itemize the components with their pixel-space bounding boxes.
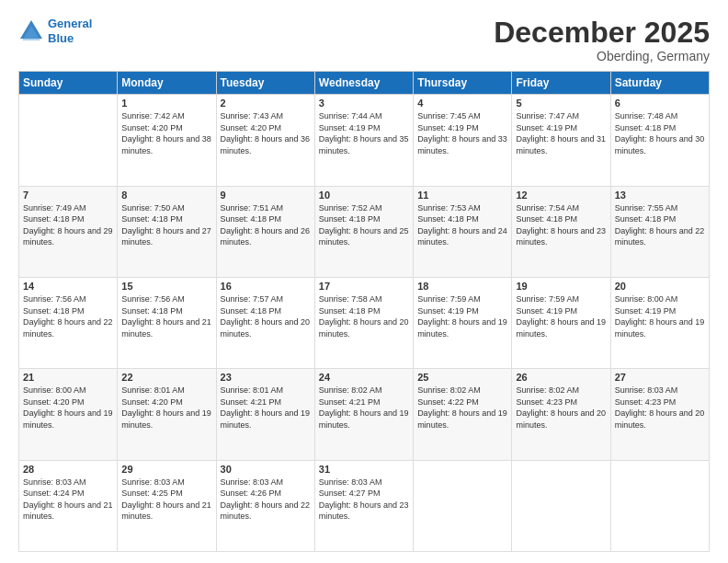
day-info: Sunrise: 7:47 AMSunset: 4:19 PMDaylight:…: [516, 110, 606, 156]
day-number: 26: [516, 372, 606, 383]
day-info: Sunrise: 8:02 AMSunset: 4:22 PMDaylight:…: [417, 385, 507, 431]
day-number: 15: [121, 281, 211, 292]
calendar-day-cell: 12Sunrise: 7:54 AMSunset: 4:18 PMDayligh…: [512, 186, 610, 277]
day-info: Sunrise: 7:55 AMSunset: 4:18 PMDaylight:…: [615, 202, 705, 248]
day-info: Sunrise: 7:56 AMSunset: 4:18 PMDaylight:…: [23, 293, 113, 339]
calendar-day-cell: 31Sunrise: 8:03 AMSunset: 4:27 PMDayligh…: [314, 460, 413, 551]
logo-icon: [18, 18, 44, 44]
day-number: 12: [516, 190, 606, 201]
day-info: Sunrise: 8:00 AMSunset: 4:19 PMDaylight:…: [615, 293, 705, 339]
day-number: 1: [121, 98, 211, 109]
calendar-day-cell: 4Sunrise: 7:45 AMSunset: 4:19 PMDaylight…: [414, 95, 512, 186]
calendar-day-cell: 30Sunrise: 8:03 AMSunset: 4:26 PMDayligh…: [216, 460, 314, 551]
calendar-day-cell: 23Sunrise: 8:01 AMSunset: 4:21 PMDayligh…: [216, 369, 314, 460]
calendar-table: SundayMondayTuesdayWednesdayThursdayFrid…: [18, 71, 710, 552]
calendar-week-row: 1Sunrise: 7:42 AMSunset: 4:20 PMDaylight…: [19, 95, 710, 186]
day-of-week-header: Thursday: [414, 72, 512, 95]
day-number: 27: [615, 372, 705, 383]
calendar-day-cell: [414, 460, 512, 551]
day-number: 24: [319, 372, 409, 383]
day-number: 5: [516, 98, 606, 109]
day-info: Sunrise: 7:59 AMSunset: 4:19 PMDaylight:…: [417, 293, 507, 339]
day-info: Sunrise: 7:50 AMSunset: 4:18 PMDaylight:…: [121, 202, 211, 248]
day-of-week-header: Sunday: [19, 72, 118, 95]
day-of-week-header: Monday: [118, 72, 216, 95]
day-number: 25: [417, 372, 507, 383]
calendar-day-cell: 5Sunrise: 7:47 AMSunset: 4:19 PMDaylight…: [512, 95, 610, 186]
day-info: Sunrise: 8:03 AMSunset: 4:23 PMDaylight:…: [615, 385, 705, 431]
day-number: 4: [417, 98, 507, 109]
day-info: Sunrise: 8:03 AMSunset: 4:26 PMDaylight:…: [221, 477, 311, 523]
day-number: 3: [319, 98, 409, 109]
day-info: Sunrise: 7:54 AMSunset: 4:18 PMDaylight:…: [516, 202, 606, 248]
calendar-day-cell: 8Sunrise: 7:50 AMSunset: 4:18 PMDaylight…: [118, 186, 216, 277]
day-number: 31: [319, 464, 409, 475]
day-number: 30: [221, 464, 311, 475]
day-number: 8: [121, 190, 211, 201]
day-number: 14: [23, 281, 113, 292]
logo-text: General Blue: [48, 17, 92, 45]
title-block: December 2025 Oberding, Germany: [494, 17, 710, 63]
calendar-week-row: 21Sunrise: 8:00 AMSunset: 4:20 PMDayligh…: [19, 369, 710, 460]
logo-line2: Blue: [48, 31, 74, 45]
calendar-week-row: 14Sunrise: 7:56 AMSunset: 4:18 PMDayligh…: [19, 277, 710, 368]
calendar-day-cell: 2Sunrise: 7:43 AMSunset: 4:20 PMDaylight…: [216, 95, 314, 186]
day-number: 29: [121, 464, 211, 475]
day-info: Sunrise: 8:03 AMSunset: 4:27 PMDaylight:…: [319, 477, 409, 523]
calendar-day-cell: 18Sunrise: 7:59 AMSunset: 4:19 PMDayligh…: [414, 277, 512, 368]
day-number: 11: [417, 190, 507, 201]
day-number: 19: [516, 281, 606, 292]
day-info: Sunrise: 7:45 AMSunset: 4:19 PMDaylight:…: [417, 110, 507, 156]
calendar-header-row: SundayMondayTuesdayWednesdayThursdayFrid…: [19, 72, 710, 95]
calendar-day-cell: 27Sunrise: 8:03 AMSunset: 4:23 PMDayligh…: [610, 369, 709, 460]
day-number: 28: [23, 464, 113, 475]
calendar-day-cell: 20Sunrise: 8:00 AMSunset: 4:19 PMDayligh…: [610, 277, 709, 368]
calendar-day-cell: 9Sunrise: 7:51 AMSunset: 4:18 PMDaylight…: [216, 186, 314, 277]
calendar-week-row: 7Sunrise: 7:49 AMSunset: 4:18 PMDaylight…: [19, 186, 710, 277]
calendar-day-cell: 11Sunrise: 7:53 AMSunset: 4:18 PMDayligh…: [414, 186, 512, 277]
day-number: 17: [319, 281, 409, 292]
day-info: Sunrise: 7:56 AMSunset: 4:18 PMDaylight:…: [121, 293, 211, 339]
day-number: 16: [221, 281, 311, 292]
day-of-week-header: Saturday: [610, 72, 709, 95]
day-info: Sunrise: 7:59 AMSunset: 4:19 PMDaylight:…: [516, 293, 606, 339]
day-number: 18: [417, 281, 507, 292]
calendar-day-cell: 15Sunrise: 7:56 AMSunset: 4:18 PMDayligh…: [118, 277, 216, 368]
calendar-day-cell: 10Sunrise: 7:52 AMSunset: 4:18 PMDayligh…: [314, 186, 413, 277]
header: General Blue December 2025 Oberding, Ger…: [18, 17, 710, 63]
month-title: December 2025: [494, 17, 710, 49]
day-number: 6: [615, 98, 705, 109]
day-info: Sunrise: 7:58 AMSunset: 4:18 PMDaylight:…: [319, 293, 409, 339]
day-info: Sunrise: 7:57 AMSunset: 4:18 PMDaylight:…: [221, 293, 311, 339]
calendar-day-cell: [19, 95, 118, 186]
page: General Blue December 2025 Oberding, Ger…: [0, 0, 728, 563]
day-info: Sunrise: 8:01 AMSunset: 4:21 PMDaylight:…: [221, 385, 311, 431]
logo: General Blue: [18, 17, 92, 45]
calendar-day-cell: 24Sunrise: 8:02 AMSunset: 4:21 PMDayligh…: [314, 369, 413, 460]
calendar-day-cell: 3Sunrise: 7:44 AMSunset: 4:19 PMDaylight…: [314, 95, 413, 186]
calendar-day-cell: [610, 460, 709, 551]
day-info: Sunrise: 8:02 AMSunset: 4:21 PMDaylight:…: [319, 385, 409, 431]
day-info: Sunrise: 8:01 AMSunset: 4:20 PMDaylight:…: [121, 385, 211, 431]
logo-line1: General: [48, 17, 92, 30]
day-number: 7: [23, 190, 113, 201]
calendar-day-cell: 22Sunrise: 8:01 AMSunset: 4:20 PMDayligh…: [118, 369, 216, 460]
day-number: 20: [615, 281, 705, 292]
day-number: 10: [319, 190, 409, 201]
day-info: Sunrise: 8:00 AMSunset: 4:20 PMDaylight:…: [23, 385, 113, 431]
calendar-day-cell: 13Sunrise: 7:55 AMSunset: 4:18 PMDayligh…: [610, 186, 709, 277]
calendar-day-cell: 17Sunrise: 7:58 AMSunset: 4:18 PMDayligh…: [314, 277, 413, 368]
calendar-day-cell: 29Sunrise: 8:03 AMSunset: 4:25 PMDayligh…: [118, 460, 216, 551]
calendar-week-row: 28Sunrise: 8:03 AMSunset: 4:24 PMDayligh…: [19, 460, 710, 551]
calendar-day-cell: 21Sunrise: 8:00 AMSunset: 4:20 PMDayligh…: [19, 369, 118, 460]
day-of-week-header: Friday: [512, 72, 610, 95]
day-info: Sunrise: 7:49 AMSunset: 4:18 PMDaylight:…: [23, 202, 113, 248]
day-of-week-header: Wednesday: [314, 72, 413, 95]
day-number: 22: [121, 372, 211, 383]
day-number: 9: [221, 190, 311, 201]
day-info: Sunrise: 8:03 AMSunset: 4:24 PMDaylight:…: [23, 477, 113, 523]
day-number: 21: [23, 372, 113, 383]
day-info: Sunrise: 7:44 AMSunset: 4:19 PMDaylight:…: [319, 110, 409, 156]
day-number: 2: [221, 98, 311, 109]
day-info: Sunrise: 7:51 AMSunset: 4:18 PMDaylight:…: [221, 202, 311, 248]
